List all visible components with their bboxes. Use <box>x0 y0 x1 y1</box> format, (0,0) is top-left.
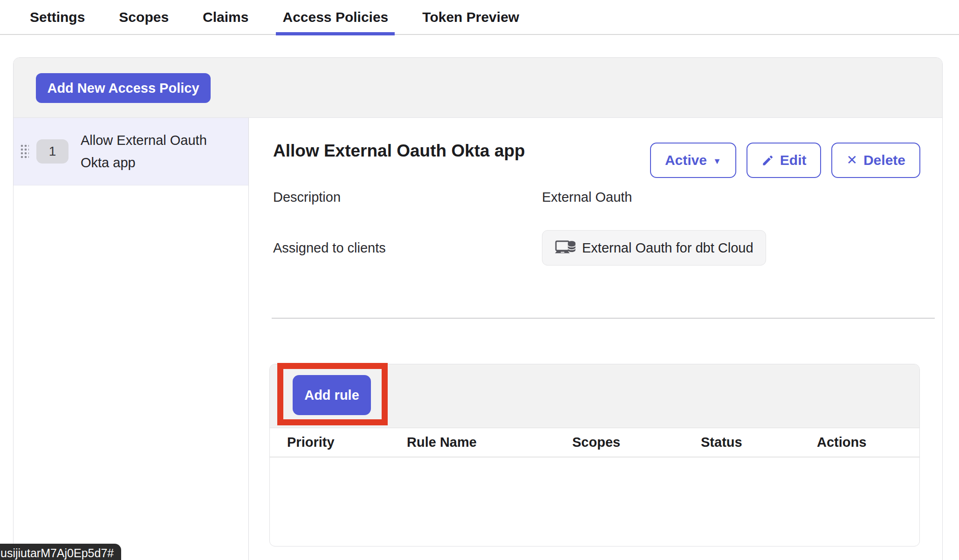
section-divider <box>272 318 935 319</box>
description-field: Description External Oauth <box>273 183 939 211</box>
column-rule-name: Rule Name <box>407 435 572 450</box>
link-preview-tooltip: usijiutarM7Aj0Ep5d7# <box>0 544 121 560</box>
panel-header: Add New Access Policy <box>14 58 942 118</box>
assigned-clients-label: Assigned to clients <box>273 240 542 256</box>
access-policies-panel: Add New Access Policy 1 Allow External O… <box>13 57 943 560</box>
policy-list-item[interactable]: 1 Allow External Oauth Okta app <box>14 118 248 185</box>
chevron-down-icon: ▼ <box>713 157 721 166</box>
tab-access-policies[interactable]: Access Policies <box>276 0 395 34</box>
delete-button-label: Delete <box>863 152 905 168</box>
policy-list: 1 Allow External Oauth Okta app <box>14 118 249 560</box>
rules-table-header: Priority Rule Name Scopes Status Actions <box>270 428 919 458</box>
column-scopes: Scopes <box>572 435 701 450</box>
rules-card-header: Add rule <box>270 364 919 428</box>
status-dropdown-label: Active <box>665 152 707 168</box>
client-chip[interactable]: External Oauth for dbt Cloud <box>542 230 766 266</box>
column-status: Status <box>701 435 817 450</box>
policy-actions: Active ▼ Edit ✕ Delete <box>650 143 920 178</box>
tab-claims[interactable]: Claims <box>196 0 255 34</box>
delete-button[interactable]: ✕ Delete <box>831 143 920 178</box>
rules-card: Add rule Priority Rule Name Scopes Statu… <box>269 364 920 546</box>
tab-scopes[interactable]: Scopes <box>112 0 175 34</box>
tab-token-preview[interactable]: Token Preview <box>416 0 526 34</box>
description-value: External Oauth <box>542 190 632 205</box>
description-label: Description <box>273 190 542 205</box>
policy-priority-badge: 1 <box>36 139 68 164</box>
edit-button-label: Edit <box>780 152 807 168</box>
assigned-clients-field: Assigned to clients <box>273 230 939 266</box>
policy-title: Allow External Oauth Okta app <box>273 141 525 161</box>
laptop-database-icon <box>555 239 576 257</box>
policy-item-name: Allow External Oauth Okta app <box>81 129 220 174</box>
column-priority: Priority <box>287 435 407 450</box>
pencil-icon <box>761 154 774 167</box>
client-chip-label: External Oauth for dbt Cloud <box>582 240 754 256</box>
edit-button[interactable]: Edit <box>747 143 822 178</box>
policy-detail: Allow External Oauth Okta app Active ▼ E… <box>249 118 942 560</box>
rules-table-empty-body <box>270 458 919 545</box>
add-new-access-policy-button[interactable]: Add New Access Policy <box>36 73 211 103</box>
panel-content: 1 Allow External Oauth Okta app Allow Ex… <box>14 118 942 560</box>
column-actions: Actions <box>817 435 919 450</box>
close-icon: ✕ <box>846 152 857 168</box>
drag-handle-icon[interactable] <box>20 143 29 160</box>
add-rule-button[interactable]: Add rule <box>293 375 371 415</box>
tab-settings[interactable]: Settings <box>23 0 91 34</box>
status-dropdown-button[interactable]: Active ▼ <box>650 143 736 178</box>
page: Settings Scopes Claims Access Policies T… <box>0 0 959 560</box>
tab-bar: Settings Scopes Claims Access Policies T… <box>0 0 959 35</box>
